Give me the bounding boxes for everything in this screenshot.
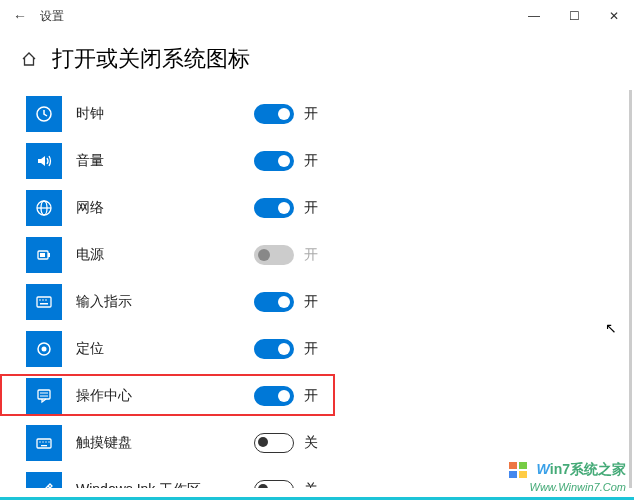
setting-row-network: 网络开 (20, 184, 614, 231)
maximize-button[interactable]: ☐ (554, 0, 594, 32)
scrollbar[interactable] (629, 90, 632, 488)
svg-rect-22 (41, 445, 47, 446)
svg-rect-5 (48, 253, 50, 257)
svg-rect-23 (509, 462, 517, 469)
state-label: 关 (304, 481, 318, 489)
setting-label: 定位 (62, 340, 254, 358)
svg-rect-7 (37, 297, 51, 307)
state-label: 关 (304, 434, 318, 452)
setting-row-power: 电源开 (20, 231, 614, 278)
svg-point-18 (39, 441, 40, 442)
keyboard-icon (26, 425, 62, 461)
state-label: 开 (304, 293, 318, 311)
network-icon (26, 190, 62, 226)
svg-point-8 (39, 299, 41, 301)
svg-rect-6 (40, 253, 45, 257)
svg-point-10 (45, 299, 47, 301)
back-button[interactable]: ← (8, 8, 32, 24)
toggle-action[interactable] (254, 386, 294, 406)
page-title: 打开或关闭系统图标 (52, 44, 250, 74)
state-label: 开 (304, 246, 318, 264)
svg-point-9 (42, 299, 44, 301)
state-label: 开 (304, 387, 318, 405)
state-label: 开 (304, 152, 318, 170)
svg-rect-14 (38, 390, 50, 399)
ink-icon (26, 472, 62, 489)
svg-point-19 (42, 441, 43, 442)
window-title: 设置 (40, 8, 64, 25)
setting-label: 网络 (62, 199, 254, 217)
setting-row-action: 操作中心开 (20, 372, 614, 419)
svg-rect-26 (519, 471, 527, 478)
settings-list: 时钟开音量开网络开电源开输入指示开定位开操作中心开触摸键盘关Windows In… (0, 90, 634, 488)
location-icon (26, 331, 62, 367)
watermark: Win7系统之家 Www.Winwin7.Com (508, 459, 626, 494)
setting-row-clock: 时钟开 (20, 90, 614, 137)
setting-label: 电源 (62, 246, 254, 264)
action-icon (26, 378, 62, 414)
close-button[interactable]: ✕ (594, 0, 634, 32)
toggle-power (254, 245, 294, 265)
svg-rect-11 (40, 303, 48, 305)
minimize-button[interactable]: — (514, 0, 554, 32)
volume-icon (26, 143, 62, 179)
toggle-ime[interactable] (254, 292, 294, 312)
toggle-volume[interactable] (254, 151, 294, 171)
cursor-icon: ↖ (605, 320, 617, 336)
clock-icon (26, 96, 62, 132)
toggle-keyboard[interactable] (254, 433, 294, 453)
svg-point-13 (42, 346, 47, 351)
home-icon[interactable] (20, 50, 38, 68)
state-label: 开 (304, 105, 318, 123)
toggle-location[interactable] (254, 339, 294, 359)
toggle-clock[interactable] (254, 104, 294, 124)
svg-rect-24 (519, 462, 527, 469)
setting-row-ime: 输入指示开 (20, 278, 614, 325)
svg-rect-17 (37, 439, 51, 448)
setting-label: Windows Ink 工作区 (62, 481, 254, 489)
setting-label: 音量 (62, 152, 254, 170)
setting-label: 操作中心 (62, 387, 254, 405)
setting-row-location: 定位开 (20, 325, 614, 372)
toggle-network[interactable] (254, 198, 294, 218)
toggle-ink[interactable] (254, 480, 294, 489)
setting-row-volume: 音量开 (20, 137, 614, 184)
setting-label: 触摸键盘 (62, 434, 254, 452)
state-label: 开 (304, 340, 318, 358)
svg-point-21 (48, 441, 49, 442)
setting-label: 输入指示 (62, 293, 254, 311)
ime-icon (26, 284, 62, 320)
power-icon (26, 237, 62, 273)
svg-rect-25 (509, 471, 517, 478)
svg-point-20 (45, 441, 46, 442)
setting-label: 时钟 (62, 105, 254, 123)
state-label: 开 (304, 199, 318, 217)
